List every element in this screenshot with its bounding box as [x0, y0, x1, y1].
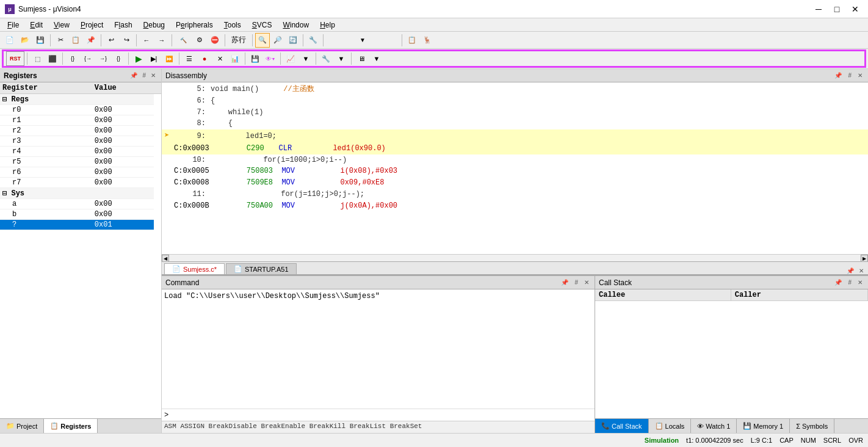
perf-analyzer-button[interactable]: 📈 — [283, 51, 298, 66]
instrument-drop-button[interactable]: ▼ — [334, 51, 349, 66]
cut-button[interactable]: ✂ — [53, 33, 68, 48]
chinese-toolbar-button[interactable]: 苏行 — [228, 33, 250, 48]
paste-button[interactable]: 📌 — [84, 33, 98, 48]
menu-project[interactable]: Project — [76, 20, 108, 31]
step-over-a-button[interactable]: {} — [65, 51, 80, 66]
cs-close-button[interactable]: ✕ — [856, 279, 864, 286]
extra1-button[interactable]: 📋 — [405, 33, 419, 48]
cmd-float-button[interactable]: # — [573, 279, 580, 286]
disasm-opcode-000b: 750A00 — [229, 201, 273, 211]
config-button[interactable]: 🔧 — [306, 33, 320, 48]
cs-tab-memory1[interactable]: 💾 Memory 1 — [737, 419, 790, 433]
left-panel: Registers 📌 # ✕ Register Value ⊟ Re — [0, 69, 162, 433]
hscroll-track[interactable] — [169, 255, 861, 261]
save-button[interactable]: 💾 — [33, 33, 48, 48]
src-tabs-close[interactable]: ✕ — [857, 267, 866, 274]
run-to-cursor-button[interactable]: ▶| — [146, 51, 161, 66]
cs-callstack-label: Call Stack — [612, 423, 642, 430]
menu-view[interactable]: View — [49, 20, 74, 31]
menu-svcs[interactable]: SVCS — [247, 20, 277, 31]
undo-button[interactable]: ↩ — [104, 33, 118, 48]
cpu-button[interactable]: 🖥 — [354, 51, 369, 66]
new-file-button[interactable]: 📄 — [2, 33, 17, 48]
cs-tab-watch1[interactable]: 👁 Watch 1 — [691, 419, 737, 433]
menu-edit[interactable]: Edit — [25, 20, 48, 31]
disasm-linenum-8: 8: — [174, 118, 211, 129]
stop-debug-button[interactable]: ⬛ — [45, 51, 60, 66]
registers-header: Registers 📌 # ✕ — [0, 69, 161, 82]
reg-group-sys: ⊟ Sys — [0, 188, 161, 199]
menu-tools[interactable]: Tools — [219, 20, 246, 31]
menu-debug[interactable]: Debug — [139, 20, 170, 31]
replace-button[interactable]: 🔄 — [286, 33, 300, 48]
cs-tab-symbols[interactable]: Σ Symbols — [790, 419, 834, 433]
target-select-button[interactable]: ▼ — [326, 33, 399, 48]
kill-bp-button[interactable]: ✕ — [212, 51, 227, 66]
reg-r7-name: r7 — [0, 178, 92, 188]
disasm-mnem-0008: MOV — [273, 178, 309, 188]
menu-window[interactable]: Window — [278, 20, 314, 31]
reg-special-value: 0x01 — [92, 220, 154, 230]
cs-tab-callstack[interactable]: 📞 Call Stack — [595, 419, 649, 433]
step-button[interactable]: ⏩ — [162, 51, 176, 66]
command-content-area[interactable]: Load "C:\\Users\\user\\Desktop\\Sumjess\… — [162, 289, 595, 409]
watch-window-button[interactable]: 👁 ▼ — [263, 51, 278, 66]
menu-bar: File Edit View Project Flash Debug Perip… — [0, 18, 868, 32]
instrument-button[interactable]: 🔧 — [319, 51, 333, 66]
cpu-drop-button[interactable]: ▼ — [369, 51, 384, 66]
minimize-button[interactable]: ─ — [811, 3, 826, 15]
copy-button[interactable]: 📋 — [68, 33, 83, 48]
src-tabs-pin[interactable]: 📌 — [845, 267, 856, 274]
cs-pin-button[interactable]: 📌 — [833, 279, 844, 286]
tab-startup-a51[interactable]: 📄 STARTUP.A51 — [226, 263, 297, 274]
step-over-c-button[interactable]: →} — [96, 51, 110, 66]
perf-btn2[interactable]: ▼ — [298, 51, 313, 66]
build-button[interactable]: 🔨 — [175, 33, 192, 48]
command-input[interactable] — [168, 411, 592, 420]
registers-close-button[interactable]: ✕ — [149, 72, 157, 79]
close-button[interactable]: ✕ — [847, 3, 863, 15]
tab-sumjess-c[interactable]: 📄 Sumjess.c* — [164, 263, 225, 274]
status-cursor: L:9 C:1 — [751, 437, 772, 444]
run-button[interactable]: ▶ — [131, 51, 146, 66]
maximize-button[interactable]: □ — [829, 3, 845, 15]
cs-tab-locals[interactable]: 📋 Locals — [649, 419, 692, 433]
disassembly-controls: 📌 # ✕ — [833, 72, 864, 79]
command-window-button[interactable]: ☰ — [182, 51, 197, 66]
rebuild-button[interactable]: ⚙ — [192, 33, 207, 48]
cs-float-button[interactable]: # — [846, 279, 853, 286]
back-button[interactable]: ← — [139, 33, 154, 48]
menu-flash[interactable]: Flash — [109, 20, 137, 31]
reset-button[interactable]: RST — [6, 51, 24, 66]
dis-float-button[interactable]: # — [846, 72, 853, 79]
step-into-button[interactable]: {} — [111, 51, 126, 66]
tab-registers[interactable]: 📋 Registers — [44, 419, 98, 433]
memory-button[interactable]: 💾 — [248, 51, 262, 66]
find-button[interactable]: 🔍 — [255, 33, 270, 48]
menu-help[interactable]: Help — [315, 20, 340, 31]
command-hint: ASM ASSIGN BreakDisable BreakEnable Brea… — [162, 421, 595, 433]
cs-symbols-label: Symbols — [802, 423, 828, 430]
step-over-b-button[interactable]: {→ — [81, 51, 95, 66]
cmd-close-button[interactable]: ✕ — [582, 279, 591, 286]
command-input-area[interactable]: > — [162, 409, 595, 421]
registers-pin-button[interactable]: 📌 — [128, 72, 139, 79]
cmd-pin-button[interactable]: 📌 — [559, 279, 570, 286]
redo-button[interactable]: ↪ — [119, 33, 134, 48]
dis-close-button[interactable]: ✕ — [856, 72, 864, 79]
tab-project[interactable]: 📁 Project — [0, 419, 44, 433]
extra2-button[interactable]: 🦌 — [420, 33, 435, 48]
breakpoint-button[interactable]: ● — [197, 51, 212, 66]
dis-pin-button[interactable]: 📌 — [833, 72, 844, 79]
menu-peripherals[interactable]: Peripherals — [171, 20, 218, 31]
disassembly-hscrollbar[interactable]: ◀ ▶ — [162, 254, 868, 261]
open-button[interactable]: 📂 — [18, 33, 32, 48]
stop-build-button[interactable]: ⛔ — [208, 33, 222, 48]
forward-button[interactable]: → — [154, 33, 169, 48]
registers-float-button[interactable]: # — [140, 72, 148, 79]
logic-analyzer-button[interactable]: 📊 — [228, 51, 242, 66]
find-next-button[interactable]: 🔎 — [270, 33, 285, 48]
disassembly-content[interactable]: 5: void main() //主函数 6: { 7: while(1) — [162, 82, 868, 254]
menu-file[interactable]: File — [2, 20, 24, 31]
step-mode-button[interactable]: ⬚ — [30, 51, 45, 66]
